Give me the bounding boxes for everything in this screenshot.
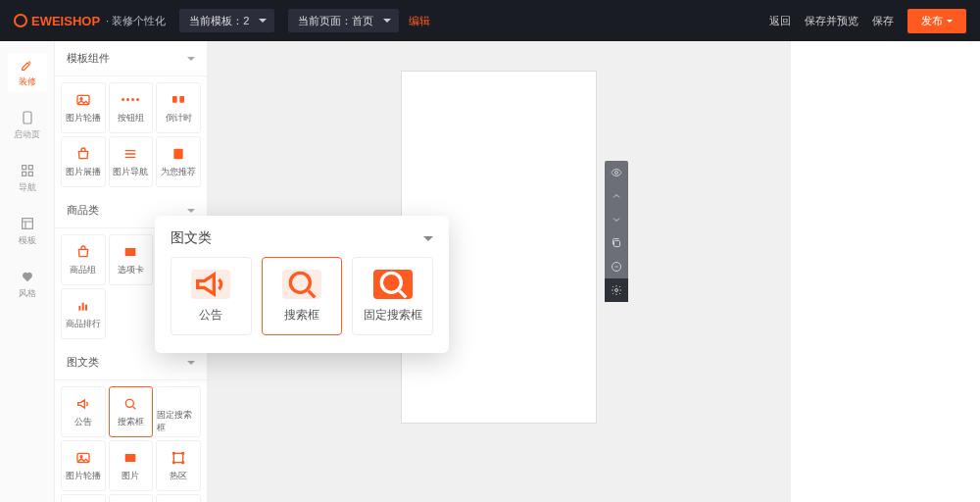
bag-icon	[74, 146, 93, 162]
dots-icon	[121, 92, 140, 108]
tile-label: 图片	[122, 470, 139, 482]
template-icon	[20, 216, 35, 231]
component-tile[interactable]: 图片轮播	[61, 440, 106, 491]
rail-item-decor[interactable]: 装修	[8, 53, 47, 92]
popover-tile[interactable]: 固定搜索框	[352, 257, 433, 335]
svg-rect-4	[28, 172, 32, 176]
svg-rect-2	[28, 166, 32, 170]
component-tile[interactable]: 图片展播	[61, 494, 106, 502]
svg-point-21	[182, 452, 184, 454]
svg-rect-18	[125, 454, 136, 462]
search-icon	[373, 270, 413, 299]
component-tile[interactable]: 图片导航	[109, 136, 154, 187]
breadcrumb: · 装修个性化	[106, 14, 166, 28]
horn-icon	[191, 270, 230, 299]
popover-tile[interactable]: 搜索框	[262, 257, 343, 335]
brand-text: EWEISHOP	[31, 14, 100, 28]
svg-point-7	[80, 97, 82, 99]
start-icon	[20, 110, 35, 126]
svg-rect-14	[85, 304, 87, 310]
card-icon	[121, 450, 140, 466]
section-head[interactable]: 模板组件	[55, 41, 207, 76]
svg-rect-8	[172, 96, 177, 103]
page-select[interactable]: 当前页面：首页	[288, 9, 399, 32]
tile-label: 图片轮播	[66, 470, 101, 482]
svg-rect-5	[22, 219, 32, 229]
tool-delete-icon[interactable]	[605, 255, 628, 278]
tile-label: 商品组	[70, 264, 96, 276]
rail-item-start[interactable]: 启动页	[8, 106, 47, 145]
svg-point-31	[615, 172, 618, 175]
component-tile[interactable]: 搜索框	[109, 386, 154, 437]
image-icon	[74, 450, 93, 466]
blank-icon	[169, 389, 188, 405]
tool-eye-icon[interactable]	[605, 161, 628, 184]
svg-point-36	[381, 273, 401, 292]
component-tile[interactable]: 公告	[61, 386, 106, 437]
component-tile[interactable]: 按钮组	[109, 82, 154, 133]
svg-rect-11	[125, 248, 136, 256]
card-icon	[121, 244, 140, 260]
component-tile[interactable]: 列表导航	[156, 494, 201, 502]
popover-tile-label: 公告	[199, 307, 222, 324]
tile-label: 搜索框	[118, 416, 144, 428]
svg-point-20	[172, 452, 174, 454]
component-tile[interactable]: 倒计时	[156, 82, 201, 133]
svg-rect-13	[81, 302, 83, 310]
bars-icon	[74, 298, 93, 314]
bag-icon	[74, 244, 93, 260]
category-popover: 图文类 公告搜索框固定搜索框	[155, 216, 449, 353]
search-icon	[121, 396, 140, 412]
badge-icon	[169, 146, 188, 162]
tile-label: 为您推荐	[161, 166, 196, 178]
svg-point-23	[182, 461, 184, 463]
svg-point-34	[615, 289, 618, 292]
component-tile[interactable]: 为您推荐	[156, 136, 201, 187]
tool-down-icon[interactable]	[605, 208, 628, 231]
save-preview-button[interactable]: 保存并预览	[805, 14, 858, 28]
popover-tile-label: 搜索框	[284, 307, 319, 324]
component-tile[interactable]: 热区	[156, 440, 201, 491]
tile-label: 图片轮播	[66, 112, 101, 125]
rail-item-template[interactable]: 模板	[8, 212, 47, 251]
svg-rect-1	[22, 166, 25, 170]
top-bar: EWEISHOP · 装修个性化 当前模板：2 当前页面：首页 编辑 返回 保存…	[0, 0, 980, 41]
tool-copy-icon[interactable]	[605, 231, 628, 255]
tile-label: 倒计时	[166, 112, 192, 125]
component-tile[interactable]: 图片	[109, 440, 154, 491]
popover-tile-label: 固定搜索框	[364, 307, 422, 324]
svg-point-35	[290, 273, 310, 292]
svg-rect-12	[78, 306, 80, 311]
svg-rect-19	[173, 453, 182, 462]
svg-point-22	[172, 461, 174, 463]
component-tile[interactable]: 图片展播	[61, 136, 106, 187]
rail-item-style[interactable]: 风格	[8, 265, 47, 304]
edit-link[interactable]: 编辑	[409, 14, 430, 28]
popover-tile[interactable]: 公告	[171, 257, 252, 335]
lines-icon	[121, 146, 140, 162]
square-icon	[169, 450, 188, 466]
popover-title[interactable]: 图文类	[171, 229, 433, 257]
component-tile[interactable]: 魔方	[109, 494, 154, 502]
style-icon	[20, 269, 35, 284]
side-rail: 装修启动页导航模板风格	[0, 41, 55, 502]
component-tile[interactable]: 选项卡	[109, 234, 154, 285]
tile-label: 固定搜索框	[157, 409, 200, 434]
template-select[interactable]: 当前模板：2	[179, 9, 274, 32]
component-tile[interactable]: 商品组	[61, 234, 106, 285]
save-button[interactable]: 保存	[872, 14, 894, 28]
float-toolbar	[605, 161, 628, 302]
tool-up-icon[interactable]	[605, 184, 628, 208]
component-tile[interactable]: 图片轮播	[61, 82, 106, 133]
clock-icon	[169, 92, 188, 108]
publish-button[interactable]: 发布	[907, 9, 966, 33]
svg-rect-3	[22, 172, 25, 176]
tool-settings-icon[interactable]	[605, 278, 628, 302]
component-tile[interactable]: 商品排行	[61, 288, 106, 339]
decor-icon	[20, 57, 35, 73]
component-tile[interactable]: 固定搜索框	[156, 386, 201, 437]
tile-label: 热区	[170, 470, 187, 482]
svg-point-17	[80, 455, 82, 457]
rail-item-nav[interactable]: 导航	[8, 159, 47, 198]
back-button[interactable]: 返回	[769, 14, 791, 28]
